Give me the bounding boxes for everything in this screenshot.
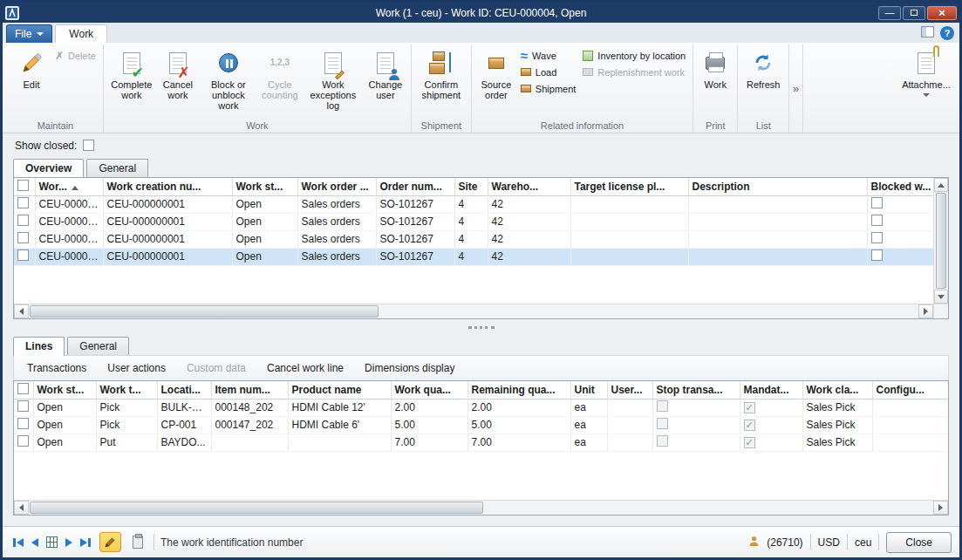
grid-view-button[interactable] bbox=[46, 536, 58, 548]
row-select-checkbox[interactable] bbox=[17, 215, 29, 226]
currency-indicator[interactable]: USD bbox=[818, 536, 840, 549]
col-unit[interactable]: Unit bbox=[570, 381, 607, 399]
blocked-checkbox[interactable] bbox=[871, 197, 883, 208]
shipment-link-button[interactable]: Shipment bbox=[517, 80, 579, 97]
tab-work[interactable]: Work bbox=[55, 24, 107, 43]
row-select-checkbox[interactable] bbox=[17, 197, 29, 208]
col-work-class[interactable]: Work cla... bbox=[802, 381, 872, 399]
row-select-checkbox[interactable] bbox=[17, 435, 29, 447]
col-warehouse[interactable]: Wareho... bbox=[488, 178, 570, 195]
scroll-left-button[interactable] bbox=[14, 304, 29, 318]
edit-button[interactable]: Edit bbox=[11, 45, 51, 90]
line-row[interactable]: OpenPutBAYDO... 7.007.00 ea Sales Pick bbox=[14, 434, 948, 451]
scroll-left-button[interactable] bbox=[14, 501, 29, 515]
transactions-button[interactable]: Transactions bbox=[17, 359, 96, 378]
col-product-name[interactable]: Product name bbox=[288, 381, 391, 399]
blocked-checkbox[interactable] bbox=[871, 249, 883, 261]
tab-overview[interactable]: Overview bbox=[13, 159, 84, 178]
first-record-button[interactable] bbox=[13, 538, 24, 547]
col-work-type[interactable]: Work t... bbox=[96, 381, 157, 399]
work-row[interactable]: CEU-000002CEU-000000001OpenSales ordersS… bbox=[14, 213, 933, 230]
scrollbar-thumb[interactable] bbox=[30, 305, 379, 318]
help-icon[interactable]: ? bbox=[940, 26, 954, 40]
scroll-right-button[interactable] bbox=[918, 304, 933, 318]
minimize-button[interactable]: — bbox=[878, 6, 901, 20]
tab-general[interactable]: General bbox=[86, 159, 148, 177]
block-unblock-work-button[interactable]: Block or unblock work bbox=[200, 45, 257, 111]
select-all-checkbox[interactable] bbox=[17, 383, 29, 394]
next-record-button[interactable] bbox=[65, 538, 72, 547]
change-user-button[interactable]: Change user bbox=[364, 45, 407, 100]
col-work-quantity[interactable]: Work qua... bbox=[391, 381, 467, 399]
col-line-status[interactable]: Work st... bbox=[33, 381, 96, 399]
blocked-checkbox[interactable] bbox=[871, 215, 883, 226]
scroll-down-button[interactable] bbox=[934, 290, 948, 304]
col-description[interactable]: Description bbox=[688, 178, 867, 195]
col-configuration[interactable]: Configu... bbox=[872, 381, 948, 399]
scroll-up-button[interactable] bbox=[934, 178, 948, 192]
line-row[interactable]: OpenPickBULK-001000148_202HDMI Cable 12'… bbox=[14, 399, 948, 416]
work-row[interactable]: CEU-000001CEU-000000001OpenSales ordersS… bbox=[14, 195, 933, 213]
tab-lines[interactable]: Lines bbox=[13, 337, 65, 356]
pane-splitter[interactable] bbox=[3, 319, 959, 335]
dimensions-display-button[interactable]: Dimensions display bbox=[355, 359, 464, 378]
scrollbar-thumb[interactable] bbox=[30, 502, 483, 514]
col-work-id[interactable]: Wor... bbox=[35, 178, 103, 195]
cancel-work-button[interactable]: ✗ Cancel work bbox=[156, 45, 200, 100]
col-blocked[interactable]: Blocked w... bbox=[867, 178, 933, 195]
show-closed-checkbox[interactable] bbox=[83, 140, 94, 151]
maximize-button[interactable] bbox=[903, 6, 925, 20]
row-select-checkbox[interactable] bbox=[17, 400, 29, 412]
col-user[interactable]: User... bbox=[607, 381, 652, 399]
row-select-checkbox[interactable] bbox=[17, 232, 29, 243]
col-target-license[interactable]: Target license pl... bbox=[570, 178, 688, 195]
work-row-selected[interactable]: CEU-000004CEU-000000001OpenSales ordersS… bbox=[14, 248, 933, 265]
attachments-button[interactable]: Attachme... bbox=[898, 45, 954, 97]
paste-icon[interactable] bbox=[127, 532, 147, 552]
col-order-number[interactable]: Order num... bbox=[376, 178, 454, 195]
edit-mode-button[interactable] bbox=[99, 532, 121, 552]
col-work-status[interactable]: Work st... bbox=[232, 178, 297, 195]
col-stop-transaction[interactable]: Stop transa... bbox=[652, 381, 740, 399]
vertical-scrollbar[interactable] bbox=[933, 178, 948, 304]
source-order-button[interactable]: Source order bbox=[475, 45, 517, 100]
user-actions-button[interactable]: User actions bbox=[98, 359, 175, 378]
col-location[interactable]: Locati... bbox=[157, 381, 211, 399]
last-record-button[interactable] bbox=[80, 538, 91, 547]
work-exceptions-log-button[interactable]: Work exceptions log bbox=[303, 45, 364, 111]
inventory-by-location-button[interactable]: Inventory by location bbox=[579, 47, 689, 64]
layout-icon[interactable] bbox=[921, 26, 934, 40]
horizontal-scrollbar[interactable] bbox=[14, 304, 933, 318]
company-indicator[interactable]: ceu bbox=[855, 536, 871, 549]
file-menu-button[interactable]: File bbox=[6, 24, 52, 43]
line-row[interactable]: OpenPickCP-001000147_202HDMI Cable 6' 5.… bbox=[14, 416, 948, 434]
col-work-creation[interactable]: Work creation nu... bbox=[103, 178, 232, 195]
col-site[interactable]: Site bbox=[454, 178, 488, 195]
print-work-button[interactable]: Work bbox=[697, 45, 733, 90]
close-window-button[interactable]: × bbox=[927, 6, 957, 20]
blocked-checkbox[interactable] bbox=[871, 232, 883, 243]
horizontal-scrollbar[interactable] bbox=[14, 500, 948, 515]
col-item-number[interactable]: Item num... bbox=[211, 381, 288, 399]
confirm-shipment-button[interactable]: Confirm shipment bbox=[415, 45, 467, 100]
col-work-order-type[interactable]: Work order ... bbox=[297, 178, 376, 195]
divider bbox=[154, 534, 154, 550]
row-select-checkbox[interactable] bbox=[17, 249, 29, 261]
cancel-work-line-button[interactable]: Cancel work line bbox=[257, 359, 353, 378]
close-button[interactable]: Close bbox=[886, 532, 952, 553]
work-row[interactable]: CEU-000003CEU-000000001OpenSales ordersS… bbox=[14, 230, 933, 248]
select-all-checkbox[interactable] bbox=[17, 180, 29, 191]
row-select-checkbox[interactable] bbox=[17, 418, 29, 429]
replenishment-work-button: Replenishment work bbox=[579, 64, 689, 80]
complete-work-button[interactable]: ✔ Complete work bbox=[107, 45, 156, 100]
col-remaining-quantity[interactable]: Remaining qua... bbox=[467, 381, 570, 399]
ribbon-overflow-button[interactable]: » bbox=[789, 44, 803, 133]
refresh-button[interactable]: Refresh bbox=[741, 45, 785, 90]
tab-lines-general[interactable]: General bbox=[67, 337, 129, 355]
col-mandatory[interactable]: Mandat... bbox=[740, 381, 802, 399]
scrollbar-thumb[interactable] bbox=[936, 193, 946, 289]
load-button[interactable]: Load bbox=[517, 64, 579, 80]
wave-button[interactable]: ≈ Wave bbox=[517, 47, 579, 64]
scroll-right-button[interactable] bbox=[933, 501, 948, 515]
previous-record-button[interactable] bbox=[31, 538, 38, 547]
